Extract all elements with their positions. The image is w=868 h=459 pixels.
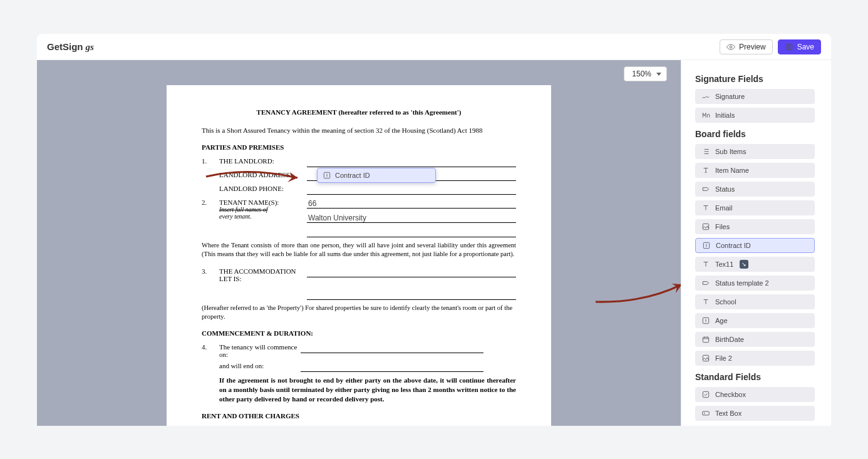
field-item-name[interactable]: Item Name <box>695 163 815 178</box>
field-label: School <box>715 298 736 306</box>
tenant-value2: Walton University <box>308 214 366 222</box>
app-frame: GetSign gs Preview Save 150% <box>37 34 831 426</box>
tag-icon <box>701 185 710 193</box>
row2-num: 2. <box>202 199 219 206</box>
tenant-line-1: 66 <box>307 199 516 209</box>
row2-label: TENANT NAME(S): <box>219 199 307 206</box>
id-box-icon <box>702 241 711 250</box>
app-logo: GetSign gs <box>47 41 94 53</box>
row-rent: 5. The Tenant agrees to pay the Rent in … <box>202 425 516 426</box>
text-icon <box>701 166 710 175</box>
tenant-note: Where the Tenant consists of more than o… <box>202 241 516 259</box>
number-box-icon <box>701 316 710 325</box>
calendar-icon <box>701 335 710 344</box>
zoom-value: 150% <box>632 70 651 78</box>
field-label: Status <box>715 185 735 193</box>
row-landlord: 1. THE LANDLORD: <box>202 157 516 167</box>
tenant-line-2: Walton University <box>307 213 516 223</box>
field-birthdate[interactable]: BirthDate <box>695 332 815 347</box>
field-status-template-2[interactable]: Status template 2 <box>695 276 815 291</box>
blank-line <box>307 267 516 277</box>
field-text-box[interactable]: Text Box <box>695 406 815 421</box>
arrow-badge-icon: ↘ <box>740 260 748 269</box>
doc-title: TENANCY AGREEMENT (hereafter referred to… <box>202 108 516 117</box>
row3-note: (Hereafter referred to as 'the Property'… <box>202 304 516 321</box>
placed-field-label: Contract ID <box>335 172 370 179</box>
workspace: 150% TENANCY AGREEMENT (hereafter referr… <box>37 60 831 426</box>
row3-num: 3. <box>202 267 219 275</box>
row3-label-b: LET IS: <box>219 275 307 282</box>
document-page: TENANCY AGREEMENT (hereafter referred to… <box>167 85 551 426</box>
preview-button[interactable]: Preview <box>720 39 773 54</box>
doc-intro: This is a Short Assured Tenancy within t… <box>202 126 516 135</box>
row3-label-a: THE ACCOMMODATION <box>219 267 307 275</box>
row-end: and will end on: <box>202 362 516 372</box>
save-label: Save <box>797 43 814 51</box>
brand-name: GetSign <box>47 41 83 52</box>
svg-rect-1 <box>786 44 792 49</box>
field-label: File 2 <box>715 354 732 362</box>
brand-suffix: gs <box>86 42 94 53</box>
blank-line <box>307 290 516 300</box>
text-icon <box>701 297 710 306</box>
image-icon <box>701 354 710 363</box>
placed-field-contract-id[interactable]: Contract ID <box>317 168 436 183</box>
row1-num: 1. <box>202 157 219 165</box>
text-icon <box>701 260 710 269</box>
row1c-label: LANDLORD PHONE: <box>219 185 307 192</box>
side-panel: Signature Fields Signature Initials Boar… <box>681 60 831 426</box>
row1b-label: LANDLORD ADDRESS: <box>219 171 307 178</box>
section-rent: RENT AND OTHER CHARGES <box>202 411 516 421</box>
field-contract-id[interactable]: Contract ID <box>695 238 815 253</box>
board-fields-header: Board fields <box>695 129 815 139</box>
field-email[interactable]: Email <box>695 200 815 215</box>
field-sub-items[interactable]: Sub Items <box>695 144 815 159</box>
signature-fields-header: Signature Fields <box>695 74 815 84</box>
section-parties: PARTIES AND PREMISES <box>202 143 516 152</box>
field-label: Checkbox <box>715 391 746 398</box>
image-icon <box>701 222 710 231</box>
field-files[interactable]: Files <box>695 219 815 234</box>
text-icon <box>701 204 710 212</box>
field-age[interactable]: Age <box>695 313 815 328</box>
row-landlord-phone: LANDLORD PHONE: <box>202 185 516 195</box>
tenant-value1: 66 <box>308 199 316 208</box>
field-tex11[interactable]: Tex11 ↘ <box>695 257 815 272</box>
row1-label: THE LANDLORD: <box>219 157 307 165</box>
row5-num: 5. <box>202 425 219 426</box>
field-school[interactable]: School <box>695 294 815 309</box>
field-label: Sub Items <box>715 148 747 155</box>
field-label: Signature <box>715 93 745 100</box>
row2-note2: every tenant. <box>219 213 307 220</box>
svg-rect-10 <box>703 411 710 415</box>
field-file-2[interactable]: File 2 <box>695 351 815 366</box>
blank-line <box>307 185 516 195</box>
row-tenant: 2. TENANT NAME(S): Insert full names of … <box>202 199 516 237</box>
signature-icon <box>701 92 710 101</box>
canvas-area[interactable]: 150% TENANCY AGREEMENT (hereafter referr… <box>37 60 681 426</box>
blank-line <box>307 227 516 237</box>
blank-line <box>307 157 516 167</box>
row-accommodation: 3. THE ACCOMMODATION LET IS: <box>202 267 516 300</box>
field-status[interactable]: Status <box>695 182 815 197</box>
titlebar: GetSign gs Preview Save <box>37 34 831 60</box>
field-label: Initials <box>715 111 735 119</box>
zoom-select[interactable]: 150% <box>624 66 667 81</box>
svg-rect-9 <box>703 391 708 397</box>
field-label: Tex11 <box>715 260 733 268</box>
textbox-icon <box>701 409 710 418</box>
row-commence: 4. The tenancy will commence on: <box>202 343 516 358</box>
svg-rect-7 <box>703 338 708 343</box>
row4-num: 4. <box>202 343 219 351</box>
preview-label: Preview <box>739 43 766 51</box>
field-checkbox[interactable]: Checkbox <box>695 387 815 402</box>
field-signature[interactable]: Signature <box>695 89 815 104</box>
toolbar-actions: Preview Save <box>720 39 821 54</box>
save-button[interactable]: Save <box>778 39 821 54</box>
initials-icon <box>701 111 710 120</box>
standard-fields-header: Standard Fields <box>695 372 815 382</box>
field-label: Text Box <box>715 410 741 417</box>
save-icon <box>785 43 793 51</box>
svg-rect-2 <box>787 47 790 49</box>
field-initials[interactable]: Initials <box>695 108 815 123</box>
